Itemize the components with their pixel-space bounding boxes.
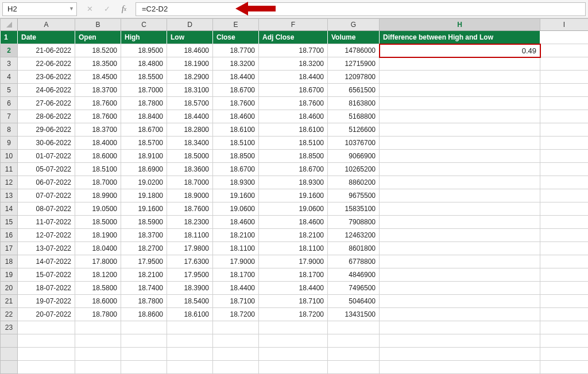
cell-diff[interactable] bbox=[380, 57, 540, 71]
cell-open[interactable]: 17.8000 bbox=[75, 255, 121, 268]
col-header-d[interactable]: D bbox=[167, 19, 213, 31]
empty-cell[interactable] bbox=[167, 348, 213, 361]
cell-high[interactable] bbox=[121, 321, 167, 334]
empty-cell[interactable] bbox=[380, 348, 540, 361]
cell-date[interactable]: 28-06-2022 bbox=[18, 110, 75, 123]
cell-high[interactable]: 18.6900 bbox=[121, 163, 167, 176]
cell-date[interactable]: 22-06-2022 bbox=[18, 57, 75, 71]
cell-open[interactable]: 18.7000 bbox=[75, 176, 121, 189]
cell-volume[interactable]: 7496500 bbox=[328, 282, 380, 295]
cell-adj-close[interactable]: 18.7700 bbox=[259, 44, 328, 57]
cell-close[interactable]: 18.1700 bbox=[213, 268, 259, 282]
cell-close[interactable]: 18.4600 bbox=[213, 110, 259, 123]
cell-close[interactable]: 18.7200 bbox=[213, 308, 259, 321]
cell-empty-i[interactable] bbox=[540, 321, 589, 334]
cell-date[interactable]: 08-07-2022 bbox=[18, 202, 75, 216]
cell-empty-i[interactable] bbox=[540, 57, 589, 71]
cell-date[interactable]: 07-07-2022 bbox=[18, 189, 75, 202]
row-header[interactable] bbox=[1, 348, 18, 361]
cell-volume[interactable]: 8163800 bbox=[328, 97, 380, 110]
row-header[interactable]: 19 bbox=[1, 268, 18, 282]
empty-cell[interactable] bbox=[213, 348, 259, 361]
cell-empty-i[interactable] bbox=[540, 189, 589, 202]
cell-close[interactable]: 18.1100 bbox=[213, 242, 259, 255]
cell-close[interactable]: 18.5100 bbox=[213, 137, 259, 150]
cell-adj-close[interactable]: 18.4600 bbox=[259, 216, 328, 229]
cell-empty-i[interactable] bbox=[540, 282, 589, 295]
cell-open[interactable]: 18.1200 bbox=[75, 268, 121, 282]
cell-empty-i[interactable] bbox=[540, 268, 589, 282]
cell-date[interactable]: 15-07-2022 bbox=[18, 268, 75, 282]
chevron-down-icon[interactable]: ▼ bbox=[69, 6, 74, 11]
cell-date[interactable]: 27-06-2022 bbox=[18, 97, 75, 110]
cell-high[interactable]: 18.7400 bbox=[121, 282, 167, 295]
cell-diff[interactable] bbox=[380, 268, 540, 282]
select-all-corner[interactable] bbox=[1, 19, 18, 31]
cell-high[interactable]: 18.7800 bbox=[121, 97, 167, 110]
fx-icon[interactable]: fx bbox=[116, 3, 132, 15]
cell-adj-close[interactable]: 18.7100 bbox=[259, 295, 328, 308]
cell-h2-result[interactable]: 0.49 bbox=[380, 44, 540, 57]
cell-high[interactable]: 18.2700 bbox=[121, 242, 167, 255]
cell-adj-close[interactable]: 18.8500 bbox=[259, 150, 328, 163]
cell-volume[interactable]: 5168800 bbox=[328, 110, 380, 123]
cell-close[interactable]: 18.6700 bbox=[213, 84, 259, 97]
row-header[interactable]: 9 bbox=[1, 137, 18, 150]
cell-adj-close[interactable]: 18.7200 bbox=[259, 308, 328, 321]
cell-diff[interactable] bbox=[380, 308, 540, 321]
cell-volume[interactable]: 8860200 bbox=[328, 176, 380, 189]
col-header-i[interactable]: I bbox=[540, 19, 589, 31]
cell-low[interactable]: 18.1900 bbox=[167, 57, 213, 71]
cell-date[interactable]: 12-07-2022 bbox=[18, 229, 75, 242]
cell-date[interactable]: 24-06-2022 bbox=[18, 84, 75, 97]
cell-low[interactable]: 18.1100 bbox=[167, 229, 213, 242]
cell-volume[interactable]: 13431500 bbox=[328, 308, 380, 321]
cell-adj-close[interactable] bbox=[259, 321, 328, 334]
cell-open[interactable]: 18.6000 bbox=[75, 295, 121, 308]
row-header[interactable]: 4 bbox=[1, 71, 18, 84]
cell-diff[interactable] bbox=[380, 71, 540, 84]
empty-cell[interactable] bbox=[259, 348, 328, 361]
cell-empty-i[interactable] bbox=[540, 163, 589, 176]
cell-open[interactable]: 18.5800 bbox=[75, 282, 121, 295]
row-header[interactable]: 11 bbox=[1, 163, 18, 176]
cell-diff[interactable] bbox=[380, 229, 540, 242]
cell-date[interactable]: 18-07-2022 bbox=[18, 282, 75, 295]
row-header[interactable]: 17 bbox=[1, 242, 18, 255]
cell-high[interactable]: 18.9500 bbox=[121, 44, 167, 57]
name-box[interactable]: H2 ▼ bbox=[2, 2, 77, 16]
cell-volume[interactable]: 10376700 bbox=[328, 137, 380, 150]
cell-date[interactable] bbox=[18, 321, 75, 334]
empty-cell[interactable] bbox=[121, 348, 167, 361]
cell-volume[interactable]: 14786000 bbox=[328, 44, 380, 57]
cell-diff[interactable] bbox=[380, 321, 540, 334]
cell-empty-i[interactable] bbox=[540, 123, 589, 137]
cell-low[interactable]: 17.6300 bbox=[167, 255, 213, 268]
row-header[interactable]: 2 bbox=[1, 44, 18, 57]
cell-adj-close[interactable]: 19.0600 bbox=[259, 202, 328, 216]
cell-high[interactable]: 18.7000 bbox=[121, 84, 167, 97]
col-header-b[interactable]: B bbox=[75, 19, 121, 31]
cell-C1[interactable]: High bbox=[121, 31, 167, 44]
cell-G1[interactable]: Volume bbox=[328, 31, 380, 44]
cell-diff[interactable] bbox=[380, 137, 540, 150]
cell-close[interactable]: 18.7700 bbox=[213, 44, 259, 57]
cell-volume[interactable]: 12715900 bbox=[328, 57, 380, 71]
cell-low[interactable]: 18.2800 bbox=[167, 123, 213, 137]
row-header[interactable]: 7 bbox=[1, 110, 18, 123]
cell-high[interactable]: 18.8400 bbox=[121, 110, 167, 123]
cell-adj-close[interactable]: 18.2100 bbox=[259, 229, 328, 242]
cell-volume[interactable]: 8601800 bbox=[328, 242, 380, 255]
row-header[interactable]: 6 bbox=[1, 97, 18, 110]
cell-date[interactable]: 19-07-2022 bbox=[18, 295, 75, 308]
cell-low[interactable]: 18.2300 bbox=[167, 216, 213, 229]
cell-close[interactable]: 17.9000 bbox=[213, 255, 259, 268]
cell-close[interactable]: 18.6100 bbox=[213, 123, 259, 137]
cell-volume[interactable]: 15835100 bbox=[328, 202, 380, 216]
row-header[interactable] bbox=[1, 334, 18, 348]
cell-adj-close[interactable]: 18.6700 bbox=[259, 163, 328, 176]
cell-close[interactable]: 18.4400 bbox=[213, 71, 259, 84]
col-header-e[interactable]: E bbox=[213, 19, 259, 31]
cell-high[interactable]: 19.1800 bbox=[121, 189, 167, 202]
cell-diff[interactable] bbox=[380, 123, 540, 137]
